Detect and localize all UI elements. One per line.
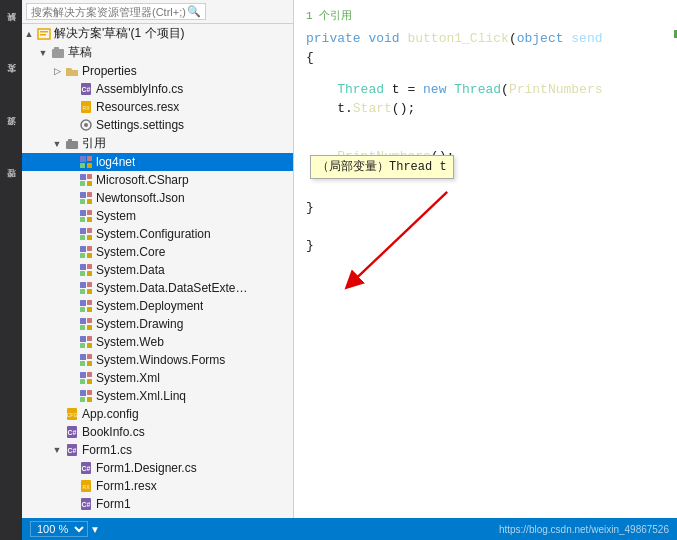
svg-rect-15 — [80, 163, 85, 168]
tree-item-system[interactable]: System — [22, 207, 293, 225]
item-label-references: 引用 — [82, 135, 106, 152]
item-icon-form1_resx: RX — [78, 478, 94, 494]
svg-rect-67 — [80, 397, 85, 402]
item-label-project: 草稿 — [68, 44, 92, 61]
tree-item-system_deployment[interactable]: System.Deployment — [22, 297, 293, 315]
solution-panel: 🔍 ▲解决方案'草稿'(1 个项目)▼草稿▷PropertiesC#Assemb… — [22, 0, 294, 518]
tree-item-form1_resx[interactable]: RXForm1.resx — [22, 477, 293, 495]
toolbar-btn-1[interactable]: 解决 — [2, 4, 20, 54]
svg-rect-33 — [80, 246, 86, 252]
item-icon-assemblyinfo: C# — [78, 81, 94, 97]
tree-item-assemblyinfo[interactable]: C#AssemblyInfo.cs — [22, 80, 293, 98]
tree-item-system_drawing[interactable]: System.Drawing — [22, 315, 293, 333]
svg-text:C#: C# — [82, 501, 91, 508]
expand-icon-solution[interactable]: ▲ — [22, 29, 36, 39]
tree-item-system_core[interactable]: System.Core — [22, 243, 293, 261]
toolbar-btn-4[interactable]: 管理 — [2, 160, 20, 210]
item-icon-system_winforms — [78, 352, 94, 368]
search-input[interactable] — [31, 6, 187, 18]
item-icon-app_config: CFG — [64, 406, 80, 422]
svg-rect-32 — [87, 235, 92, 240]
tree-item-log4net[interactable]: log4net — [22, 153, 293, 171]
tree-item-system_xml_linq[interactable]: System.Xml.Linq — [22, 387, 293, 405]
svg-rect-40 — [87, 271, 92, 276]
svg-rect-34 — [87, 246, 92, 251]
tree-item-bookinfo[interactable]: C#BookInfo.cs — [22, 423, 293, 441]
svg-rect-53 — [80, 336, 86, 342]
svg-rect-22 — [87, 192, 92, 197]
item-label-system_xml: System.Xml — [96, 371, 160, 385]
expand-icon-properties[interactable]: ▷ — [50, 66, 64, 76]
code-panel: 1 个引用 private void button1_Click(object … — [294, 0, 677, 518]
item-label-system: System — [96, 209, 136, 223]
item-label-bookinfo: BookInfo.cs — [82, 425, 145, 439]
code-content: 1 个引用 private void button1_Click(object … — [294, 0, 677, 518]
item-icon-system_web — [78, 334, 94, 350]
tree-item-solution[interactable]: ▲解决方案'草稿'(1 个项目) — [22, 24, 293, 43]
item-icon-references — [64, 136, 80, 152]
toolbar-btn-2[interactable]: 方案 — [2, 56, 20, 106]
expand-icon-references[interactable]: ▼ — [50, 139, 64, 149]
toolbar-btn-3[interactable]: 资源 — [2, 108, 20, 158]
tree-item-newtonsoft[interactable]: Newtonsoft.Json — [22, 189, 293, 207]
panel-header: 🔍 — [22, 0, 293, 24]
item-label-log4net: log4net — [96, 155, 135, 169]
tree-item-microsoft_csharp[interactable]: Microsoft.CSharp — [22, 171, 293, 189]
tree-item-system_data_dse[interactable]: System.Data.DataSetExte… — [22, 279, 293, 297]
item-icon-system — [78, 208, 94, 224]
svg-rect-45 — [80, 300, 86, 306]
item-label-assemblyinfo: AssemblyInfo.cs — [96, 82, 183, 96]
svg-rect-51 — [80, 325, 85, 330]
svg-rect-66 — [87, 390, 92, 395]
tree-item-project[interactable]: ▼草稿 — [22, 43, 293, 62]
item-icon-project — [50, 45, 66, 61]
svg-rect-26 — [87, 210, 92, 215]
item-icon-microsoft_csharp — [78, 172, 94, 188]
item-label-system_data_dse: System.Data.DataSetExte… — [96, 281, 247, 295]
code-line-6: } — [306, 198, 669, 218]
tree-item-app_config[interactable]: CFGApp.config — [22, 405, 293, 423]
tree-item-settings[interactable]: Settings.settings — [22, 116, 293, 134]
tree-item-references[interactable]: ▼引用 — [22, 134, 293, 153]
item-label-properties: Properties — [82, 64, 137, 78]
tree-item-resources[interactable]: RXResources.resx — [22, 98, 293, 116]
svg-rect-44 — [87, 289, 92, 294]
svg-rect-20 — [87, 181, 92, 186]
tree-item-system_data[interactable]: System.Data — [22, 261, 293, 279]
search-box[interactable]: 🔍 — [26, 3, 206, 20]
tree-item-properties[interactable]: ▷Properties — [22, 62, 293, 80]
expand-icon-project[interactable]: ▼ — [36, 48, 50, 58]
svg-rect-43 — [80, 289, 85, 294]
item-label-solution: 解决方案'草稿'(1 个项目) — [54, 25, 185, 42]
svg-rect-3 — [52, 49, 64, 58]
tree-item-form1[interactable]: ▼C#Form1.cs — [22, 441, 293, 459]
tree-item-system_web[interactable]: System.Web — [22, 333, 293, 351]
arrow-overlay — [294, 0, 677, 518]
tree-item-system_config[interactable]: System.Configuration — [22, 225, 293, 243]
tree-item-system_winforms[interactable]: System.Windows.Forms — [22, 351, 293, 369]
item-label-system_config: System.Configuration — [96, 227, 211, 241]
item-icon-system_xml_linq — [78, 388, 94, 404]
tooltip-text: （局部变量）Thread t — [317, 160, 447, 174]
item-icon-settings — [78, 117, 94, 133]
tree-item-form1_class[interactable]: C#Form1 — [22, 495, 293, 513]
tooltip-box: （局部变量）Thread t — [310, 155, 454, 179]
svg-rect-29 — [80, 228, 86, 234]
tree-item-system_xml[interactable]: System.Xml — [22, 369, 293, 387]
item-icon-system_deployment — [78, 298, 94, 314]
zoom-select[interactable]: 100 % 75 % 125 % — [30, 521, 88, 537]
svg-rect-4 — [54, 47, 59, 50]
svg-rect-42 — [87, 282, 92, 287]
item-icon-form1_class: C# — [78, 496, 94, 512]
expand-icon-form1[interactable]: ▼ — [50, 445, 64, 455]
svg-rect-25 — [80, 210, 86, 216]
tree-item-form1_designer[interactable]: C#Form1.Designer.cs — [22, 459, 293, 477]
search-icon: 🔍 — [187, 5, 201, 18]
svg-rect-58 — [87, 354, 92, 359]
code-line-2: { — [306, 48, 669, 68]
item-icon-log4net — [78, 154, 94, 170]
svg-text:RX: RX — [83, 484, 91, 490]
svg-rect-18 — [87, 174, 92, 179]
svg-rect-64 — [87, 379, 92, 384]
zoom-control[interactable]: 100 % 75 % 125 % ▼ — [30, 521, 100, 537]
